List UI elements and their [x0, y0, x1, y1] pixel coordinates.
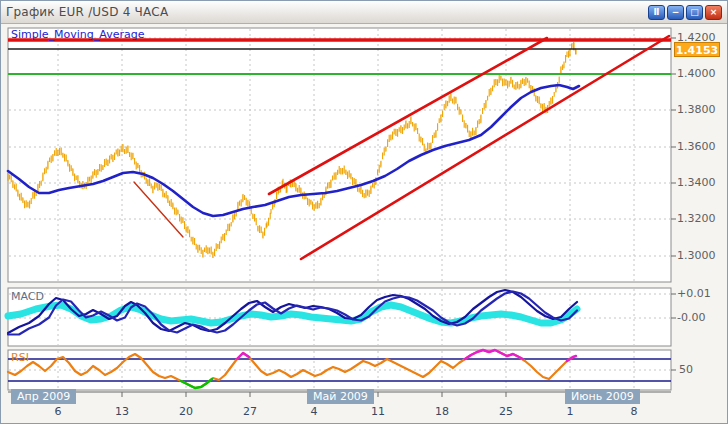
day-tick: 8	[623, 405, 645, 419]
month-label-may: Май 2009	[307, 389, 374, 404]
day-tick: 13	[111, 405, 133, 419]
macd-tick-upper: +0.01	[677, 287, 711, 301]
day-tick: 18	[431, 405, 453, 419]
day-tick: 6	[47, 405, 69, 419]
price-tick-1-3800: 1.3800	[677, 103, 716, 117]
rsi-panel-label: RSI	[11, 351, 29, 365]
month-label-jun: Июнь 2009	[565, 389, 640, 404]
price-tick-1-3600: 1.3600	[677, 140, 716, 154]
day-tick: 27	[239, 405, 261, 419]
price-tick-1-3400: 1.3400	[677, 176, 716, 190]
macd-panel-label: MACD	[11, 290, 44, 304]
rsi-tick-50: 50	[679, 363, 693, 377]
price-tick-1-3000: 1.3000	[677, 249, 716, 263]
month-label-apr: Апр 2009	[11, 389, 76, 404]
sma-legend-label: Simple_Moving_Average	[11, 28, 144, 42]
macd-tick-zero: -0.00	[677, 311, 705, 325]
price-tick-1-3200: 1.3200	[677, 212, 716, 226]
price-tick-1-4000: 1.4000	[677, 67, 716, 81]
current-price-badge: 1.4153	[674, 42, 720, 57]
chart-canvas[interactable]	[1, 1, 728, 424]
day-tick: 4	[303, 405, 325, 419]
day-tick: 11	[367, 405, 389, 419]
chart-window: График EUR /USD 4 ЧАСА Ⅱ − □ × Simple_Mo…	[0, 0, 728, 424]
day-tick: 20	[175, 405, 197, 419]
day-tick: 1	[559, 405, 581, 419]
day-tick: 25	[495, 405, 517, 419]
